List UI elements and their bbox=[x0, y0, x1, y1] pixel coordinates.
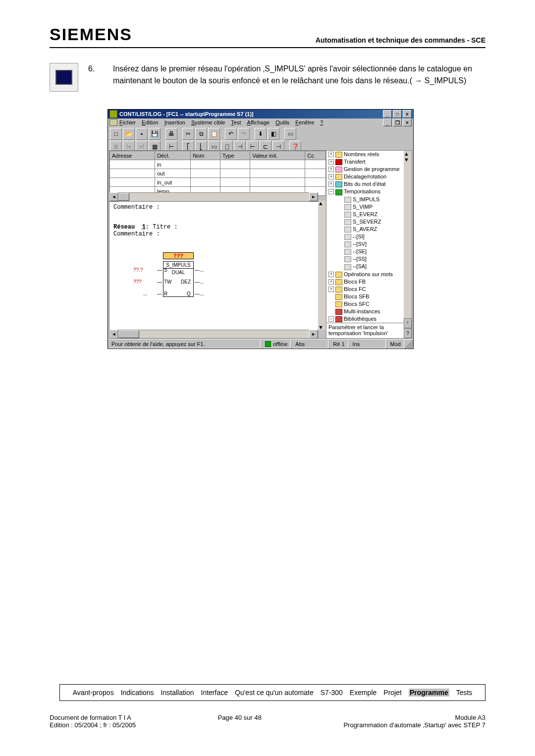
expand-icon[interactable]: + bbox=[328, 287, 334, 292]
menu-affichage[interactable]: Affichage bbox=[247, 119, 270, 125]
menu-fenêtre[interactable]: Fenêtre bbox=[295, 119, 314, 125]
footer-nav-item[interactable]: Indications bbox=[121, 689, 154, 697]
tree-item[interactable]: S_AVERZ bbox=[337, 226, 412, 233]
tree-item[interactable]: S_IMPULS bbox=[337, 196, 412, 203]
tree-item[interactable]: −Temporisations bbox=[328, 188, 412, 195]
footer-nav-item[interactable]: Exemple bbox=[350, 689, 376, 697]
fb-diagram[interactable]: ??? S_IMPULS DUAL ??.? — S ??? — TW DEZ … bbox=[133, 252, 232, 307]
expand-icon[interactable]: + bbox=[328, 174, 334, 179]
menu-insertion[interactable]: Insertion bbox=[164, 119, 185, 125]
expand-icon[interactable]: + bbox=[328, 279, 334, 285]
mdi-close-button[interactable]: × bbox=[403, 118, 412, 126]
expand-icon[interactable]: + bbox=[328, 167, 334, 172]
footer-nav-item[interactable]: Tests bbox=[456, 689, 473, 697]
tree-item[interactable]: --[SA] bbox=[337, 263, 412, 270]
hscroll-left[interactable]: ◄ bbox=[109, 192, 118, 201]
maximize-button[interactable]: □ bbox=[393, 110, 402, 118]
column-header[interactable]: Type bbox=[220, 151, 250, 160]
copy-button[interactable]: ⧉ bbox=[195, 128, 207, 140]
tree-item[interactable]: S_SEVERZ bbox=[337, 218, 412, 226]
footer-nav-item[interactable]: Programme bbox=[409, 689, 449, 697]
menu-?[interactable]: ? bbox=[320, 119, 323, 125]
menu-bar[interactable]: FichierEditionInsertionSystème cibleTest… bbox=[119, 119, 323, 125]
tree-item[interactable]: +Bits du mot d'état bbox=[328, 180, 412, 188]
catalog-tree[interactable]: +Nombres réels+Transfert+Gestion de prog… bbox=[326, 150, 412, 339]
tree-item[interactable]: Blocs SFC bbox=[328, 300, 412, 308]
net-hscroll-left[interactable]: ◄ bbox=[109, 330, 118, 339]
reseau-number[interactable]: 1 bbox=[142, 224, 146, 231]
undo-button[interactable]: ↶ bbox=[225, 128, 237, 140]
table-row[interactable]: in bbox=[110, 160, 326, 169]
expand-icon[interactable]: + bbox=[328, 181, 334, 187]
table-row[interactable]: in_out bbox=[110, 178, 326, 187]
tree-item[interactable]: S_VIMP bbox=[337, 203, 412, 211]
variable-table[interactable]: AdresseDécl.NomTypeValeur init.Ccinoutin… bbox=[109, 151, 326, 196]
catalog-button[interactable]: ▭ bbox=[284, 128, 296, 140]
expand-icon[interactable]: + bbox=[328, 152, 334, 157]
props-button[interactable]: ▪ bbox=[136, 128, 148, 140]
network-pane[interactable]: Commentaire : Réseau 1: Titre : Commenta… bbox=[109, 201, 318, 330]
expand-icon[interactable]: − bbox=[328, 189, 334, 194]
footer-nav-item[interactable]: S7-300 bbox=[321, 689, 343, 697]
tree-item[interactable]: +Décalage/rotation bbox=[328, 173, 412, 180]
tree-item[interactable]: --[SS] bbox=[337, 255, 412, 263]
column-header[interactable]: Nom bbox=[191, 151, 220, 160]
minimize-button[interactable]: _ bbox=[383, 110, 392, 118]
fb-in-s-value[interactable]: ??.? bbox=[133, 267, 143, 273]
cut-button[interactable]: ✂ bbox=[182, 128, 194, 140]
footer-nav-item[interactable]: Installation bbox=[161, 689, 194, 697]
hscroll-right[interactable]: ► bbox=[309, 192, 318, 201]
tree-item[interactable]: S_EVERZ bbox=[337, 211, 412, 218]
title-bar[interactable]: CONT/LIST/LOG - [FC1 -- startup\Programm… bbox=[108, 110, 413, 118]
menu-test[interactable]: Test bbox=[231, 119, 241, 125]
column-header[interactable]: Décl. bbox=[155, 151, 191, 160]
footer-nav-item[interactable]: Qu'est ce qu'un automate bbox=[235, 689, 314, 697]
print-button[interactable]: 🖶 bbox=[165, 128, 177, 140]
tree-mode-b[interactable]: ? bbox=[404, 328, 412, 338]
menu-edition[interactable]: Edition bbox=[142, 119, 159, 125]
hscroll-thumb[interactable] bbox=[118, 193, 129, 201]
fb-dual-out[interactable]: ... bbox=[200, 267, 204, 273]
column-header[interactable]: Valeur init. bbox=[250, 151, 305, 160]
tree-item[interactable]: +Nombres réels bbox=[328, 151, 412, 158]
save-button[interactable]: 💾 bbox=[149, 128, 160, 140]
tree-vscroll-up[interactable]: ▲ bbox=[404, 151, 412, 157]
paste-button[interactable]: 📋 bbox=[208, 128, 220, 140]
footer-nav-item[interactable]: Interface bbox=[201, 689, 228, 697]
footer-nav-item[interactable]: Avant-propos bbox=[73, 689, 114, 697]
tree-item[interactable]: +Transfert bbox=[328, 158, 412, 166]
net-hscroll-right[interactable]: ► bbox=[309, 330, 318, 339]
fb-out2[interactable]: ... bbox=[200, 291, 204, 296]
tree-item[interactable]: Blocs SFB bbox=[328, 293, 412, 300]
expand-icon[interactable]: + bbox=[328, 159, 334, 165]
tree-item[interactable]: +Gestion de programme bbox=[328, 166, 412, 173]
monitor-button[interactable]: ◧ bbox=[268, 128, 279, 140]
net-hscroll-thumb[interactable] bbox=[118, 330, 139, 338]
expand-icon[interactable]: − bbox=[328, 316, 334, 322]
resize-grip-icon[interactable] bbox=[405, 340, 413, 348]
fb-in-r-value[interactable]: ... bbox=[143, 291, 147, 296]
tree-item[interactable]: --[SV] bbox=[337, 240, 412, 248]
tree-item[interactable]: +Blocs FB bbox=[328, 278, 412, 286]
tree-item[interactable]: +Opérations sur mots bbox=[328, 271, 412, 278]
menu-outils[interactable]: Outils bbox=[275, 119, 289, 125]
fb-in-tw-value[interactable]: ??? bbox=[133, 279, 142, 285]
tree-item[interactable]: −Bibliothèques bbox=[328, 315, 412, 323]
redo-button[interactable]: ↷ bbox=[238, 128, 250, 140]
tree-item[interactable]: Multi-instances bbox=[328, 308, 412, 315]
open-button[interactable]: 📂 bbox=[123, 128, 135, 140]
column-header[interactable]: Adresse bbox=[110, 151, 155, 160]
table-row[interactable]: out bbox=[110, 169, 326, 178]
mdi-restore-button[interactable]: ❐ bbox=[393, 118, 402, 126]
download-button[interactable]: ⬇ bbox=[255, 128, 267, 140]
close-button[interactable]: × bbox=[403, 110, 412, 118]
tree-item[interactable]: --[SE] bbox=[337, 248, 412, 255]
footer-nav-item[interactable]: Projet bbox=[383, 689, 402, 697]
mdi-minimize-button[interactable]: _ bbox=[383, 118, 392, 126]
fb-out1[interactable]: ... bbox=[200, 279, 204, 285]
tree-vscroll-down[interactable]: ▼ bbox=[404, 157, 412, 163]
tree-mode-a[interactable]: ᵀ bbox=[404, 318, 412, 328]
menu-fichier[interactable]: Fichier bbox=[119, 119, 136, 125]
editor-vscroll-down[interactable]: ▼ bbox=[318, 324, 326, 330]
menu-système cible[interactable]: Système cible bbox=[191, 119, 225, 125]
